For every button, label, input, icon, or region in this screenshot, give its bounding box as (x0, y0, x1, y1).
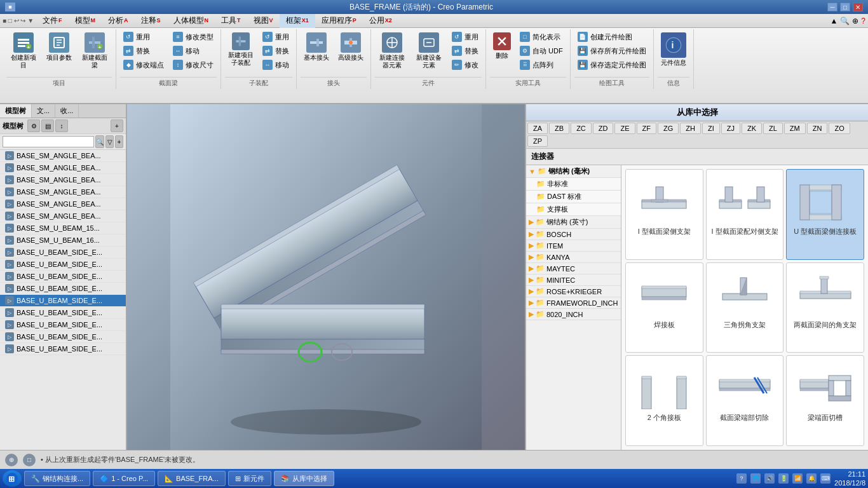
lib-item-two-angle[interactable]: 2 个角接板 (625, 355, 703, 446)
lib-tab-zd[interactable]: ZD (593, 123, 614, 134)
create-project-button[interactable]: + 创建新项目 (6, 30, 41, 71)
help-icon[interactable]: ? (861, 17, 865, 25)
taskbar-btn-connector[interactable]: 🔧 钢结构连接... (24, 471, 90, 486)
lib-tab-zl[interactable]: ZL (763, 123, 783, 134)
cat-frameworld[interactable]: ▶ 📁 FRAMEWORLD_INCH (526, 297, 621, 309)
lib-tab-zn[interactable]: ZN (807, 123, 828, 134)
tree-view-button[interactable]: ▤ (41, 119, 54, 132)
tree-item[interactable]: ▷BASE_U_BEAM_SIDE_E... (0, 247, 126, 259)
beam-modify-endpoint-button[interactable]: ◆ 修改端点 (120, 58, 167, 71)
taskbar-btn-creo[interactable]: 🔷 1 - Creo P... (93, 471, 155, 486)
search-input[interactable] (3, 136, 94, 147)
lib-item-bracket-i-pair[interactable]: I 型截面梁配对侧支架 (706, 169, 784, 260)
subcat-nonstandard[interactable]: 📁 非标准 (526, 178, 621, 191)
new-connector-button[interactable]: 新建连接器元素 (375, 30, 409, 71)
add-filter-button[interactable]: + (115, 135, 123, 148)
comp-replace-button[interactable]: ⇄ 替换 (449, 44, 482, 57)
lib-tab-zk[interactable]: ZK (742, 123, 762, 134)
cat-rose[interactable]: ▶ 📁 ROSE+KRIEGER (526, 286, 621, 297)
nav-icon[interactable]: ⊕ (852, 17, 858, 25)
menu-file[interactable]: 文件 F (36, 14, 69, 28)
cat-minitec[interactable]: ▶ 📁 MINITEC (526, 274, 621, 286)
component-info-button[interactable]: i 元件信息 (658, 30, 689, 69)
cat-steel-mm[interactable]: ▼ 📁 钢结构 (毫米) (526, 165, 621, 178)
tree-item[interactable]: ▷BASE_U_BEAM_SIDE_E... (0, 343, 126, 355)
lib-tab-zc[interactable]: ZC (571, 123, 592, 134)
menu-model[interactable]: 模型 M (69, 14, 102, 28)
start-button[interactable]: ⊞ (3, 470, 22, 487)
tree-item[interactable]: ▷BASE_SM_ANGLE_BEA... (0, 150, 126, 162)
filter-button[interactable]: ▽ (105, 135, 114, 148)
subasm-reuse-button[interactable]: ↺ 重用 (259, 30, 292, 43)
system-clock[interactable]: 21:11 2018/12/8 (834, 470, 865, 488)
tree-item[interactable]: ▷BASE_U_BEAM_SIDE_E... (0, 319, 126, 331)
tab-favorites[interactable]: 收... (55, 104, 79, 118)
beam-reuse-button[interactable]: ↺ 重用 (120, 30, 167, 43)
new-beam-button[interactable]: + 新建截面梁 (78, 30, 112, 71)
taskbar-btn-library[interactable]: 📚 从库中选择 (274, 471, 334, 486)
taskbar-btn-newelement[interactable]: ⊞ 新元件 (228, 471, 271, 486)
menu-analysis[interactable]: 分析 A (102, 14, 135, 28)
lib-tab-zi[interactable]: ZI (702, 123, 720, 134)
lib-item-weld-plate[interactable]: 焊接板 (625, 262, 703, 353)
subcat-support[interactable]: 📁 支撑板 (526, 203, 621, 216)
expand-icon[interactable]: ▲ (830, 17, 837, 25)
3d-viewport[interactable] (127, 104, 525, 450)
lib-tab-zo[interactable]: ZO (829, 123, 850, 134)
beam-move-button[interactable]: ↔ 移动 (170, 44, 217, 57)
project-params-button[interactable]: 项目参数 (43, 30, 75, 64)
tree-item-selected[interactable]: ▷BASE_U_BEAM_SIDE_E... (0, 295, 126, 307)
menu-frame[interactable]: 框架 X1 (280, 14, 315, 28)
menu-apps[interactable]: 应用程序 P (315, 14, 363, 28)
cat-bosch[interactable]: ▶ 📁 BOSCH (526, 229, 621, 240)
lib-tab-zj[interactable]: ZJ (721, 123, 740, 134)
lib-item-bracket-u-side[interactable]: U 型截面梁侧连接板 (786, 169, 864, 260)
lib-item-beam-cut[interactable]: 截面梁端部切除 (706, 355, 784, 446)
save-all-drawings-button[interactable]: 💾 保存所有元件绘图 (574, 44, 649, 57)
create-drawing-button[interactable]: 📄 创建元件绘图 (574, 30, 649, 43)
menu-common[interactable]: 公用 X2 (363, 14, 398, 28)
tab-model-tree[interactable]: 模型树 (0, 104, 32, 118)
menu-annotation[interactable]: 注释 S (135, 14, 167, 28)
cat-kanya[interactable]: ▶ 📁 KANYA (526, 252, 621, 263)
lib-tab-zm[interactable]: ZM (784, 123, 806, 134)
tree-item[interactable]: ▷BASE_SM_ANGLE_BEA... (0, 174, 126, 186)
new-device-button[interactable]: 新建设备元素 (412, 30, 446, 71)
tree-item[interactable]: ▷BASE_SM_U_BEAM_15... (0, 222, 126, 234)
window-controls[interactable]: ─ □ ✕ (827, 3, 863, 11)
save-selected-drawings-button[interactable]: 💾 保存选定元件绘图 (574, 58, 649, 71)
lib-tab-zp[interactable]: ZP (527, 135, 548, 147)
subcat-dast[interactable]: 📁 DAST 标准 (526, 191, 621, 203)
lib-tab-zf[interactable]: ZF (637, 123, 656, 134)
search-icon[interactable]: 🔍 (840, 17, 850, 25)
tree-add-button[interactable]: + (111, 119, 123, 132)
lib-tab-ze[interactable]: ZE (614, 123, 635, 134)
lib-tab-zb[interactable]: ZB (549, 123, 569, 134)
tree-settings-button[interactable]: ⚙ (27, 119, 40, 132)
menu-view[interactable]: 视图 V (247, 14, 280, 28)
tree-sort-button[interactable]: ↕ (55, 119, 68, 132)
tree-item[interactable]: ▷BASE_SM_ANGLE_BEA... (0, 210, 126, 222)
beam-replace-button[interactable]: ⇄ 替换 (120, 44, 167, 57)
new-subasm-button[interactable]: 新建项目子装配 (225, 30, 257, 69)
tree-item[interactable]: ▷BASE_SM_ANGLE_BEA... (0, 186, 126, 198)
comp-reuse-button[interactable]: ↺ 重用 (449, 30, 482, 43)
lib-tab-za[interactable]: ZA (527, 123, 548, 134)
tree-item[interactable]: ▷BASE_SM_ANGLE_BEA... (0, 162, 126, 174)
subasm-move-button[interactable]: ↔ 移动 (259, 58, 292, 71)
cat-item[interactable]: ▶ 📁 ITEM (526, 240, 621, 252)
menu-tools[interactable]: 工具 T (215, 14, 247, 28)
lib-item-beam-slot[interactable]: 梁端面切槽 (786, 355, 864, 446)
maximize-button[interactable]: □ (840, 3, 850, 11)
beam-modify-type-button[interactable]: ≡ 修改类型 (170, 30, 217, 43)
simplify-button[interactable]: □ 简化表示 (517, 30, 566, 43)
tree-item[interactable]: ▷BASE_U_BEAM_SIDE_E... (0, 307, 126, 319)
tree-item[interactable]: ▷BASE_U_BEAM_SIDE_E... (0, 271, 126, 283)
cat-steel-inch[interactable]: ▶ 📁 钢结构 (英寸) (526, 216, 621, 229)
tree-item[interactable]: ▷BASE_U_BEAM_SIDE_E... (0, 259, 126, 271)
auto-udf-button[interactable]: ⚙ 自动 UDF (517, 44, 566, 57)
subasm-replace-button[interactable]: ⇄ 替换 (259, 44, 292, 57)
tab-folder[interactable]: 文... (32, 104, 55, 118)
tree-item[interactable]: ▷BASE_U_BEAM_SIDE_E... (0, 331, 126, 343)
tree-item[interactable]: ▷BASE_U_BEAM_SIDE_E... (0, 283, 126, 295)
